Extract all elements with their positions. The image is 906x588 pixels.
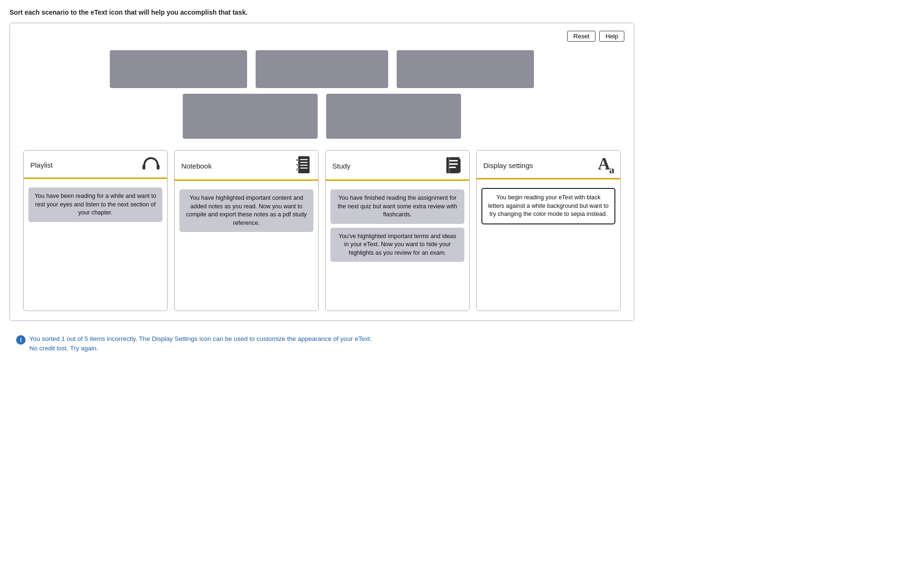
playlist-header: Playlist: [24, 151, 167, 178]
outer-container: Sort each scenario to the eText icon tha…: [0, 0, 644, 368]
drop-zone-5[interactable]: [326, 94, 461, 139]
feedback-main-text: You sorted 1 out of 5 items incorrectly.…: [29, 334, 372, 344]
reset-button[interactable]: Reset: [567, 31, 595, 42]
top-bar: Reset Help: [19, 31, 624, 42]
svg-rect-8: [300, 165, 308, 166]
study-body: You have finished reading the assignment…: [326, 186, 469, 311]
drop-zone-1[interactable]: [110, 50, 247, 88]
notebook-title: Notebook: [181, 162, 212, 170]
scenario-playlist-1[interactable]: You have been reading for a while and wa…: [28, 187, 162, 222]
drop-zone-3[interactable]: [397, 50, 534, 88]
category-study: Study You ha: [325, 150, 470, 311]
svg-rect-1: [157, 165, 160, 169]
drop-zone-row-2: [183, 94, 461, 139]
notebook-body: You have highlighted important content a…: [175, 186, 318, 311]
playlist-icon: [142, 155, 160, 175]
notebook-divider: [175, 179, 318, 181]
study-header: Study: [326, 151, 469, 179]
display-settings-divider: [477, 178, 620, 179]
svg-rect-11: [448, 157, 450, 173]
main-box: Reset Help Playlist: [9, 23, 634, 321]
instruction-text: Sort each scenario to the eText icon tha…: [9, 9, 634, 16]
playlist-divider: [24, 178, 167, 179]
playlist-title: Playlist: [30, 161, 53, 169]
notebook-header: Notebook: [175, 151, 318, 179]
categories-row: Playlist You have been reading for a whi…: [19, 150, 624, 311]
scenario-study-2[interactable]: You've highlighted important terms and i…: [330, 228, 464, 262]
scenario-study-1[interactable]: You have finished reading the assignment…: [330, 189, 464, 224]
study-title: Study: [332, 162, 350, 170]
study-divider: [326, 179, 469, 181]
svg-rect-5: [296, 169, 299, 170]
scenario-display-1[interactable]: You begin reading your eText with black …: [481, 188, 615, 224]
svg-rect-13: [449, 163, 458, 165]
study-icon: [444, 155, 462, 177]
drop-zone-row-1: [110, 50, 534, 88]
help-button[interactable]: Help: [599, 31, 624, 42]
feedback-content: You sorted 1 out of 5 items incorrectly.…: [29, 334, 372, 354]
category-notebook: Notebook: [174, 150, 319, 311]
svg-rect-0: [142, 165, 145, 169]
category-display-settings: Display settings Aa You begin reading yo…: [476, 150, 621, 311]
drop-zone-4[interactable]: [183, 94, 318, 139]
svg-rect-3: [296, 159, 299, 161]
display-settings-header: Display settings Aa: [477, 151, 620, 178]
feedback-sub-text: No credit lost. Try again.: [29, 344, 372, 353]
svg-rect-14: [449, 167, 456, 168]
drop-zone-area: [19, 50, 624, 139]
display-settings-title: Display settings: [483, 161, 533, 169]
svg-rect-4: [296, 164, 299, 166]
notebook-icon: [294, 155, 311, 177]
scenario-notebook-1[interactable]: You have highlighted important content a…: [179, 189, 313, 232]
display-settings-icon: Aa: [598, 155, 613, 175]
svg-rect-9: [300, 168, 308, 169]
feedback-bar: ! You sorted 1 out of 5 items incorrectl…: [9, 330, 634, 358]
drop-zone-2[interactable]: [256, 50, 388, 88]
svg-rect-7: [300, 162, 308, 163]
playlist-body: You have been reading for a while and wa…: [24, 184, 167, 311]
category-playlist: Playlist You have been reading for a whi…: [23, 150, 168, 311]
display-settings-body: You begin reading your eText with black …: [477, 184, 620, 311]
svg-rect-15: [460, 159, 461, 172]
feedback-icon: !: [16, 335, 26, 345]
svg-rect-12: [449, 160, 458, 161]
svg-rect-6: [300, 159, 308, 160]
